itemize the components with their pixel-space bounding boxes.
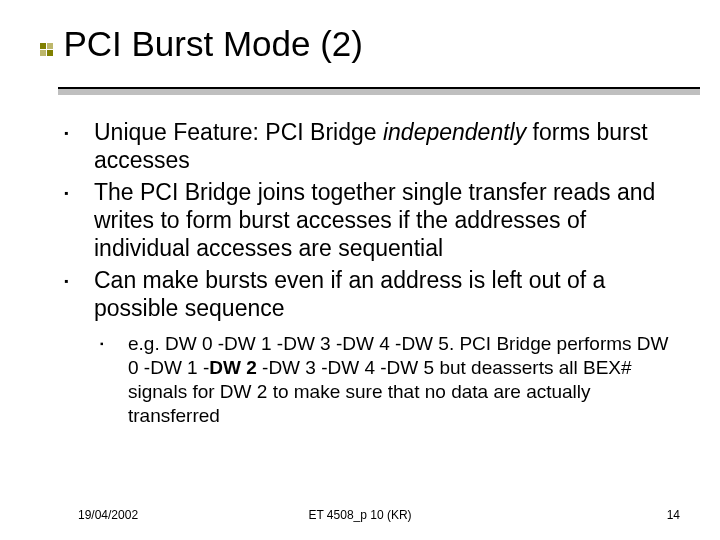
bullet-3: Can make bursts even if an address is le… bbox=[60, 266, 670, 427]
bullet-2-text: The PCI Bridge joins together single tra… bbox=[94, 179, 655, 261]
bullet-list: Unique Feature: PCI Bridge independently… bbox=[60, 118, 670, 427]
bullet-1-emph: independently bbox=[383, 119, 526, 145]
sub-bullet-1-bold: DW 2 bbox=[209, 357, 257, 378]
footer-mid: ET 4508_p 10 (KR) bbox=[0, 508, 720, 522]
bullet-3-text: Can make bursts even if an address is le… bbox=[94, 267, 605, 321]
svg-rect-0 bbox=[40, 43, 46, 49]
slide: PCI Burst Mode (2) Unique Feature: PCI B… bbox=[0, 0, 720, 540]
slide-title: PCI Burst Mode (2) bbox=[63, 24, 363, 63]
svg-rect-2 bbox=[40, 50, 46, 56]
sub-bullet-1: e.g. DW 0 -DW 1 -DW 3 -DW 4 -DW 5. PCI B… bbox=[94, 332, 670, 427]
title-bullet-icon bbox=[40, 43, 53, 56]
bullet-1: Unique Feature: PCI Bridge independently… bbox=[60, 118, 670, 174]
svg-rect-1 bbox=[47, 43, 53, 49]
footer-page: 14 bbox=[667, 508, 680, 522]
svg-rect-3 bbox=[47, 50, 53, 56]
title-row: PCI Burst Mode (2) bbox=[40, 24, 680, 64]
bullet-2: The PCI Bridge joins together single tra… bbox=[60, 178, 670, 262]
title-underline-shadow bbox=[58, 89, 700, 95]
bullet-1-text-a: Unique Feature: PCI Bridge bbox=[94, 119, 383, 145]
sub-bullet-list: e.g. DW 0 -DW 1 -DW 3 -DW 4 -DW 5. PCI B… bbox=[94, 332, 670, 427]
body: Unique Feature: PCI Bridge independently… bbox=[60, 118, 670, 431]
